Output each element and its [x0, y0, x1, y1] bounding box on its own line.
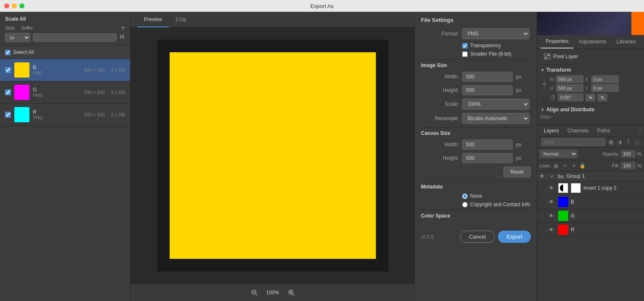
canvas-height-label: Height:	[421, 155, 459, 161]
tab-properties[interactable]: Properties	[540, 35, 574, 48]
w-field: W	[550, 75, 583, 83]
layer-group-1[interactable]: 👁 Group 1	[537, 172, 644, 181]
layer-smart-filter[interactable]: ◎	[642, 138, 644, 146]
r-layer-name: R	[571, 227, 641, 233]
close-button[interactable]	[4, 3, 9, 8]
add-scale-button[interactable]: +	[121, 24, 125, 31]
transform-collapse-icon[interactable]: ▼	[540, 68, 545, 73]
lock-artboard-button[interactable]: ✛	[570, 162, 577, 169]
layer-type-filter[interactable]: T	[625, 138, 632, 146]
invert-mask-thumb	[571, 183, 581, 193]
blend-mode-select[interactable]: Normal Multiply Screen Overlay	[540, 150, 577, 158]
tab-preview[interactable]: Preview	[137, 12, 169, 27]
asset-dims-r: 500 × 500	[84, 112, 105, 117]
file-settings-title: File Settings	[421, 17, 531, 23]
tab-layers[interactable]: Layers	[540, 125, 563, 136]
asset-swatch-g	[14, 85, 29, 100]
suffix-input[interactable]	[33, 33, 117, 42]
asset-checkbox-b[interactable]	[5, 67, 11, 73]
b-visibility-icon[interactable]: 👁	[549, 199, 556, 205]
lock-position-button[interactable]: ✏	[561, 162, 569, 169]
preview-area: Preview 2-Up 100%	[130, 12, 415, 301]
align-section: ▼ Align and Distribute Align:	[540, 104, 641, 122]
canvas-height-row: Height: px	[421, 153, 531, 163]
image-width-input[interactable]	[462, 72, 513, 82]
flip-h-button[interactable]: ⇆	[586, 94, 595, 101]
export-button[interactable]: Export	[498, 231, 531, 243]
tab-paths[interactable]: Paths	[593, 125, 615, 136]
link-icon	[540, 78, 548, 90]
asset-item-b[interactable]: B PNG 500 × 500 2.1 KB	[0, 59, 130, 81]
image-height-input[interactable]	[462, 85, 513, 95]
scale-select[interactable]: 1x 0.5x 1.5x 2x 3x	[5, 33, 30, 42]
x-input[interactable]	[591, 75, 619, 83]
lock-all-button[interactable]: 🔒	[579, 162, 586, 169]
layer-pixel-filter[interactable]: ▦	[607, 138, 615, 146]
scale-all-header: Scale All Size: Suffix: + 1x 0.5x 1.5x 2…	[0, 12, 130, 46]
fill-input[interactable]	[621, 162, 636, 169]
metadata-none-radio[interactable]	[462, 194, 468, 199]
transparency-checkbox[interactable]	[462, 43, 468, 48]
preview-image-container	[157, 40, 389, 271]
layer-shape-filter[interactable]: ◻	[633, 138, 641, 146]
canvas-width-label: Width:	[421, 142, 459, 148]
layer-invert-1[interactable]: 👁 Invert 1 copy 2	[537, 181, 644, 195]
right-sidebar: Properties Adjustments Libraries Pixel L…	[537, 12, 644, 301]
layer-b[interactable]: 👁 B	[537, 195, 644, 209]
format-select[interactable]: PNG JPEG GIF SVG PDF	[462, 28, 530, 39]
align-collapse-icon[interactable]: ▼	[540, 108, 545, 112]
r-visibility-icon[interactable]: 👁	[549, 227, 556, 233]
asset-dims-b: 500 × 500	[84, 67, 105, 73]
y-input[interactable]	[591, 84, 619, 92]
g-visibility-icon[interactable]: 👁	[549, 213, 556, 219]
canvas-width-input[interactable]	[462, 140, 513, 150]
lock-pixels-button[interactable]: ▦	[552, 162, 560, 169]
sidebar-top-preview	[537, 12, 644, 35]
tab-channels[interactable]: Channels	[563, 125, 593, 136]
tab-2up[interactable]: 2-Up	[169, 12, 193, 27]
layer-g[interactable]: 👁 G	[537, 209, 644, 223]
layer-expand-icon[interactable]	[549, 173, 555, 179]
layer-adjust-filter[interactable]: ◑	[616, 138, 623, 146]
cancel-button[interactable]: Cancel	[460, 231, 495, 243]
layers-tabs: Layers Channels Paths ≡	[537, 125, 644, 137]
group1-visibility-icon[interactable]: 👁	[540, 173, 546, 179]
layers-list: 👁 Group 1 👁 Invert 1 cop	[537, 172, 644, 301]
asset-checkbox-r[interactable]	[5, 112, 11, 118]
layers-menu-icon[interactable]: ≡	[639, 128, 641, 134]
group-folder-icon	[557, 173, 564, 179]
asset-name-r: R	[33, 109, 81, 115]
select-all-checkbox[interactable]	[5, 50, 11, 55]
layer-kind-input[interactable]	[541, 138, 605, 146]
zoom-out-button[interactable]	[249, 288, 259, 298]
reset-button[interactable]: Reset	[503, 167, 531, 177]
size-label: Size:	[5, 25, 18, 30]
flip-v-button[interactable]: ⇅	[598, 94, 607, 101]
tab-libraries[interactable]: Libraries	[612, 35, 641, 48]
opacity-input[interactable]	[621, 150, 636, 158]
w-input[interactable]	[556, 75, 583, 83]
minimize-button[interactable]	[12, 3, 17, 8]
delete-scale-button[interactable]	[119, 34, 125, 41]
scale-row-settings: Scale: 100% 50% 75% 150% 200%	[421, 99, 531, 110]
asset-item-g[interactable]: G PNG 500 × 500 2.1 KB	[0, 81, 130, 104]
asset-checkbox-g[interactable]	[5, 89, 11, 95]
transform-header: ▼ Transform	[540, 67, 641, 73]
properties-content: Pixel Layer ▼ Transform	[537, 49, 644, 124]
asset-item-r[interactable]: R PNG 500 × 500 2.1 KB	[0, 104, 130, 126]
resample-dropdown[interactable]: Bicubic Automatic Bicubic Smoother Bicub…	[462, 113, 530, 124]
angle-input[interactable]	[558, 94, 583, 101]
layer-r[interactable]: 👁 R	[537, 223, 644, 237]
pixel-layer-row: Pixel Layer	[540, 51, 641, 62]
select-all-label: Select All	[13, 49, 34, 55]
canvas-height-input[interactable]	[462, 153, 513, 163]
h-input[interactable]	[556, 84, 583, 92]
tab-adjustments[interactable]: Adjustments	[574, 35, 612, 48]
maximize-button[interactable]	[19, 3, 24, 8]
layers-toolbar: ▦ ◑ T ◻ ◎ ●	[537, 137, 644, 148]
zoom-in-button[interactable]	[286, 288, 296, 298]
metadata-copyright-radio[interactable]	[462, 202, 468, 207]
invert-visibility-icon[interactable]: 👁	[549, 185, 556, 191]
scale-dropdown[interactable]: 100% 50% 75% 150% 200%	[462, 99, 530, 110]
smaller-file-checkbox[interactable]	[462, 51, 468, 57]
